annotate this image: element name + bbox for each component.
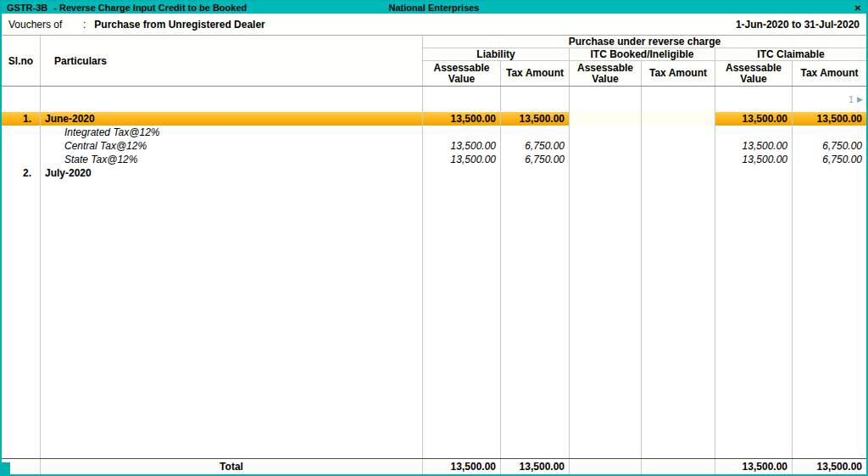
group-header-purchase-reverse-charge: Purchase under reverse charge: [422, 36, 866, 48]
table-row-central-tax[interactable]: Central Tax@12% 13,500.00 6,750.00 13,50…: [2, 139, 866, 153]
cell-itc-claimable-assessable: 13,500.00: [715, 112, 792, 126]
empty-cell: [2, 180, 40, 458]
row-particulars: Integrated Tax@12%: [40, 126, 422, 139]
total-row: Total 13,500.00 13,500.00 13,500.00 13,5…: [2, 458, 866, 474]
cell-itc-booked-tax: [641, 126, 715, 139]
cell-liability-assessable: [422, 166, 500, 180]
cell-itc-booked-assessable: [569, 153, 641, 166]
report-title: GSTR-3B - Reverse Charge Input Credit to…: [2, 2, 389, 14]
cell-itc-booked-tax: [641, 153, 715, 166]
table-row-june-2020[interactable]: 1. June-2020 13,500.00 13,500.00 13,500.…: [2, 112, 866, 126]
row-slno: [2, 153, 40, 166]
row-slno: 2.: [2, 166, 40, 180]
page-number: 1: [849, 94, 854, 104]
table-row-state-tax[interactable]: State Tax@12% 13,500.00 6,750.00 13,500.…: [2, 153, 866, 166]
group-header-liability: Liability: [422, 48, 569, 61]
total-label: Total: [40, 459, 422, 474]
row-particulars: Central Tax@12%: [40, 139, 422, 153]
cell-itc-claimable-assessable: 13,500.00: [715, 153, 792, 166]
row-particulars: June-2020: [40, 112, 422, 126]
gstr3b-report-window: GSTR-3B - Reverse Charge Input Credit to…: [0, 0, 868, 476]
cell-itc-booked-assessable: [569, 166, 641, 180]
row-particulars: July-2020: [40, 166, 422, 180]
empty-cell: [40, 180, 422, 458]
col-header-itc-booked-assessable-value: Assessable Value: [569, 61, 641, 86]
empty-cell: [641, 87, 715, 112]
title-bar: GSTR-3B - Reverse Charge Input Credit to…: [2, 2, 866, 14]
table-header: Sl.no Particulars Purchase under reverse…: [2, 36, 866, 87]
total-itc-claimable-tax: 13,500.00: [792, 459, 866, 474]
cell-itc-booked-tax: [641, 112, 715, 126]
voucher-type-value: Purchase from Unregistered Dealer: [94, 19, 264, 31]
total-liability-assessable: 13,500.00: [422, 459, 500, 474]
cell-itc-booked-tax: [641, 166, 715, 180]
empty-cell: [500, 87, 569, 112]
table-row-july-2020[interactable]: 2. July-2020: [2, 166, 866, 180]
table-row-integrated-tax[interactable]: Integrated Tax@12%: [2, 126, 866, 139]
cell-itc-claimable-tax: [792, 126, 866, 139]
cell-liability-tax: 6,750.00: [500, 139, 569, 153]
empty-cell: [569, 87, 641, 112]
pagination-strip: 1 ▶: [2, 87, 866, 112]
empty-cell: [569, 180, 641, 458]
report-code: GSTR-3B: [7, 2, 47, 14]
cell-itc-claimable-tax: 6,750.00: [792, 139, 866, 153]
empty-cell: [715, 180, 792, 458]
cell-liability-assessable: 13,500.00: [422, 153, 500, 166]
cell-liability-assessable: 13,500.00: [422, 112, 500, 126]
company-name: National Enterprises: [389, 2, 480, 14]
group-header-itc-booked-ineligible: ITC Booked/Ineligible: [569, 48, 715, 61]
col-header-liability-assessable-value: Assessable Value: [422, 61, 500, 86]
empty-cell: [715, 87, 792, 112]
cell-itc-booked-assessable: [569, 139, 641, 153]
pagination: 1 ▶: [792, 87, 866, 112]
cell-itc-booked-assessable: [569, 126, 641, 139]
voucher-subheader: Vouchers of : Purchase from Unregistered…: [2, 14, 866, 36]
cell-itc-claimable-assessable: [715, 166, 792, 180]
empty-cell: [792, 180, 866, 458]
cell-itc-claimable-tax: 6,750.00: [792, 153, 866, 166]
cell-itc-claimable-tax: [792, 166, 866, 180]
cell-liability-tax: [500, 126, 569, 139]
col-header-itc-booked-tax-amount: Tax Amount: [641, 61, 715, 86]
vouchers-of-label: Vouchers of: [8, 19, 83, 31]
row-slno: [2, 126, 40, 139]
row-slno: [2, 139, 40, 153]
cell-itc-claimable-assessable: [715, 126, 792, 139]
total-itc-booked-tax: [641, 459, 715, 474]
empty-cell: [422, 87, 500, 112]
close-icon[interactable]: ✕: [854, 3, 861, 13]
cell-itc-booked-assessable: [569, 112, 641, 126]
empty-cell: [500, 180, 569, 458]
empty-cell: [40, 87, 422, 112]
empty-cell: [422, 180, 500, 458]
empty-cell: [641, 180, 715, 458]
cell-itc-booked-tax: [641, 139, 715, 153]
row-slno: 1.: [2, 112, 40, 126]
cell-liability-tax: 6,750.00: [500, 153, 569, 166]
col-header-particulars: Particulars: [40, 36, 422, 86]
cell-liability-assessable: [422, 126, 500, 139]
total-liability-tax: 13,500.00: [500, 459, 569, 474]
report-period: 1-Jun-2020 to 31-Jul-2020: [736, 19, 860, 31]
col-header-liability-tax-amount: Tax Amount: [500, 61, 569, 86]
row-particulars: State Tax@12%: [40, 153, 422, 166]
empty-cell: [2, 87, 40, 112]
cell-itc-claimable-assessable: 13,500.00: [715, 139, 792, 153]
col-header-itc-claimable-tax-amount: Tax Amount: [792, 61, 866, 86]
report-name: - Reverse Charge Input Credit to be Book…: [53, 2, 247, 14]
group-header-itc-claimable: ITC Claimable: [715, 48, 866, 61]
bottom-left-corner-accent: [2, 462, 10, 474]
total-itc-claimable-assessable: 13,500.00: [715, 459, 792, 474]
next-page-icon[interactable]: ▶: [857, 95, 863, 104]
table-empty-area: [2, 180, 866, 458]
cell-liability-assessable: 13,500.00: [422, 139, 500, 153]
vouchers-of-colon: :: [83, 19, 86, 31]
title-bar-right: ✕: [480, 2, 867, 14]
col-header-slno: Sl.no: [2, 36, 40, 86]
col-header-itc-claimable-assessable-value: Assessable Value: [715, 61, 792, 86]
total-itc-booked-assessable: [569, 459, 641, 474]
cell-liability-tax: [500, 166, 569, 180]
cell-itc-claimable-tax: 13,500.00: [792, 112, 866, 126]
cell-liability-tax: 13,500.00: [500, 112, 569, 126]
